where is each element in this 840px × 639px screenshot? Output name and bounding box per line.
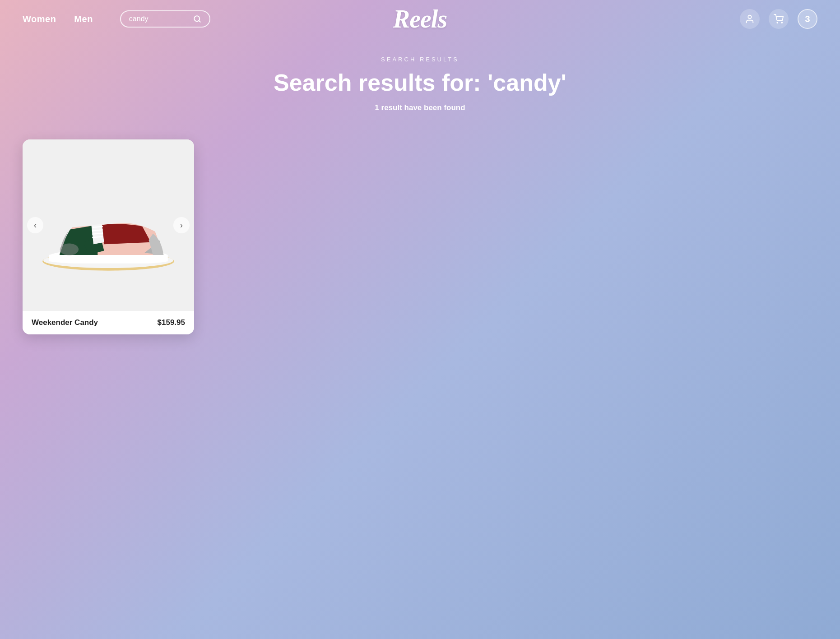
- logo-text: Reels: [393, 5, 447, 33]
- search-button[interactable]: [193, 15, 201, 23]
- product-info: Weekender Candy $159.95: [23, 311, 194, 334]
- svg-point-4: [781, 22, 782, 23]
- cart-icon: [774, 14, 784, 24]
- svg-point-3: [777, 22, 778, 23]
- account-icon: [745, 14, 755, 24]
- result-count: 1 result have been found: [23, 103, 817, 112]
- carousel-prev-button[interactable]: ‹: [27, 217, 43, 233]
- nav-men[interactable]: Men: [74, 14, 93, 24]
- product-price: $159.95: [158, 318, 185, 327]
- svg-point-2: [748, 15, 751, 19]
- product-image: [36, 167, 181, 284]
- svg-line-1: [199, 20, 200, 22]
- main-content: SEARCH RESULTS Search results for: 'cand…: [0, 38, 840, 352]
- cart-button[interactable]: [769, 9, 789, 29]
- search-bar: [120, 10, 210, 28]
- account-button[interactable]: [740, 9, 760, 29]
- search-title: Search results for: 'candy': [23, 69, 817, 96]
- carousel-next-button[interactable]: ›: [173, 217, 190, 233]
- product-card[interactable]: ‹: [23, 139, 194, 334]
- logo[interactable]: Reels: [393, 5, 447, 33]
- product-name: Weekender Candy: [32, 318, 98, 327]
- header-actions: 3: [740, 9, 817, 29]
- svg-point-11: [60, 243, 79, 255]
- search-input[interactable]: [129, 15, 193, 23]
- product-grid: ‹: [23, 139, 817, 334]
- search-icon: [193, 15, 201, 23]
- cart-count-badge[interactable]: 3: [798, 9, 817, 29]
- main-nav: Women Men: [23, 10, 210, 28]
- product-image-container: ‹: [23, 139, 194, 311]
- search-label: SEARCH RESULTS: [23, 56, 817, 63]
- nav-women[interactable]: Women: [23, 14, 56, 24]
- site-header: Women Men Reels: [0, 0, 840, 38]
